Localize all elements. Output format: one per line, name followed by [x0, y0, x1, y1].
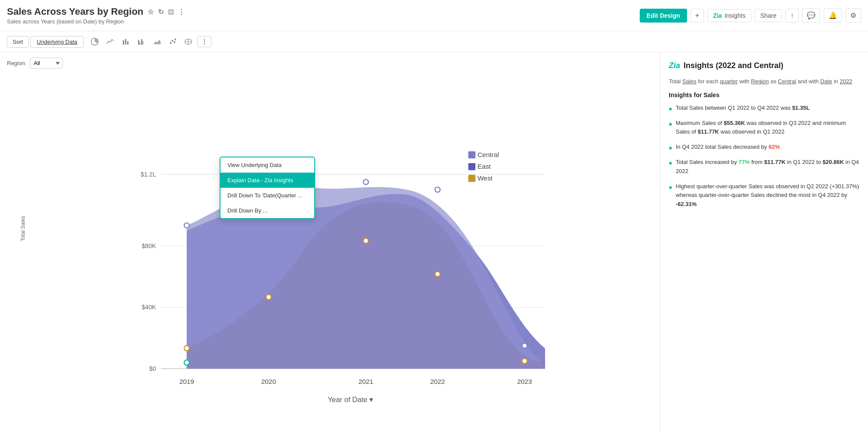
comment-button[interactable]: 💬: [802, 8, 820, 23]
bullet-1: ◆: [669, 105, 672, 112]
svg-text:2019: 2019: [179, 378, 194, 385]
scatter-chart-icon[interactable]: [165, 35, 180, 49]
insight-item-4: ◆ Total Sales increased by 77% from $11.…: [669, 158, 859, 176]
insights-description: Total Sales for each quarter with Region…: [669, 77, 859, 86]
chart-title: Sales Across Years by Region: [7, 6, 143, 17]
west-point-2020[interactable]: [266, 295, 271, 300]
grouped-bar-icon[interactable]: [134, 35, 149, 49]
pie-chart-icon[interactable]: [87, 35, 102, 49]
title-block: Sales Across Years by Region ☆ ↻ ⊡ ⋮ Sal…: [7, 6, 640, 25]
svg-text:2022: 2022: [430, 378, 445, 385]
svg-rect-5: [139, 42, 141, 45]
insight-item-1: ◆ Total Sales between Q1 2022 to Q4 2022…: [669, 104, 859, 113]
chart-area: Region: All Central East West Total Sale…: [0, 52, 660, 432]
svg-rect-6: [141, 39, 142, 45]
insights-button[interactable]: Zia Insights: [707, 9, 751, 22]
legend-central-label: Central: [477, 151, 499, 158]
svg-text:$80K: $80K: [141, 242, 156, 249]
legend-west-label: West: [477, 174, 493, 182]
svg-point-9: [171, 40, 173, 42]
svg-rect-4: [138, 40, 139, 45]
legend-central-color: [468, 151, 476, 159]
bullet-5: ◆: [669, 184, 672, 191]
svg-rect-7: [142, 41, 144, 45]
context-menu-item-drilldown-by[interactable]: Drill Down By ...: [220, 203, 314, 218]
chart-type-group: [87, 35, 196, 49]
context-menu: View Underlying Data Explain Data - Zia …: [220, 157, 315, 219]
chart-container: Total Sales $0 $40K $80K $1.2L: [7, 72, 653, 420]
chart-title-row: Sales Across Years by Region ☆ ↻ ⊡ ⋮: [7, 6, 640, 17]
alert-button[interactable]: 🔔: [824, 8, 842, 23]
favorite-icon[interactable]: ☆: [148, 8, 154, 16]
west-point-2021[interactable]: [363, 238, 368, 243]
insight-item-2: ◆ Maximum Sales of $55.36K was observed …: [669, 119, 859, 137]
map-chart-icon[interactable]: [181, 35, 196, 49]
edit-design-button[interactable]: Edit Design: [640, 9, 687, 23]
svg-text:$40K: $40K: [141, 304, 156, 311]
zia-logo: Zia: [669, 61, 680, 70]
svg-rect-2: [125, 39, 126, 45]
area-chart-icon[interactable]: [150, 35, 164, 49]
toolbar-more-button[interactable]: ⋮: [197, 36, 211, 47]
bar-chart-icon[interactable]: [118, 35, 133, 49]
central-point-2023[interactable]: [522, 343, 527, 348]
svg-text:2021: 2021: [358, 378, 373, 385]
export-button[interactable]: ↑: [786, 9, 799, 23]
chart-svg: $0 $40K $80K $1.2L: [20, 72, 660, 420]
svg-text:Year of Date ▾: Year of Date ▾: [328, 396, 373, 403]
insight-value-3: 62%: [769, 144, 780, 150]
svg-text:$0: $0: [149, 365, 156, 372]
bullet-3: ◆: [669, 144, 672, 151]
refresh-icon[interactable]: ↻: [158, 8, 164, 16]
zia-insights-icon: Zia: [713, 12, 722, 19]
legend-east-label: East: [477, 163, 491, 170]
bullet-2: ◆: [669, 121, 672, 128]
insights-section-title: Insights for Sales: [669, 92, 859, 98]
app-header: Sales Across Years by Region ☆ ↻ ⊡ ⋮ Sal…: [0, 0, 868, 31]
central-point-2021[interactable]: [363, 180, 368, 185]
sort-button[interactable]: Sort: [7, 36, 29, 48]
legend-east-color: [468, 163, 476, 170]
svg-text:$1.2L: $1.2L: [141, 171, 156, 178]
svg-rect-3: [127, 41, 128, 45]
main-content: Region: All Central East West Total Sale…: [0, 52, 868, 432]
insight-value-4: 77%: [739, 159, 750, 165]
legend-west-color: [468, 175, 476, 182]
insights-panel-title: Insights (2022 and Central): [684, 61, 783, 70]
share-button[interactable]: Share: [755, 9, 782, 22]
west-point-2019[interactable]: [184, 346, 189, 351]
chart-subtitle: Sales across Years (based on Date) by Re…: [7, 18, 640, 25]
settings-button[interactable]: ⚙: [845, 8, 861, 23]
header-actions: Edit Design + Zia Insights Share ↑ 💬 🔔 ⚙: [640, 8, 861, 23]
filter-row: Region: All Central East West: [7, 58, 653, 69]
insight-value-1: $1.35L: [792, 105, 809, 111]
svg-point-8: [170, 42, 171, 44]
save-icon[interactable]: ⊡: [168, 8, 174, 16]
line-chart-icon[interactable]: [103, 35, 118, 49]
region-filter-select[interactable]: All Central East West: [30, 58, 63, 69]
insight-item-3: ◆ In Q4 2022 total Sales decreased by 62…: [669, 143, 859, 152]
toolbar: Sort Underlying Data ⋮: [0, 31, 868, 52]
insights-panel-header: Zia Insights (2022 and Central): [669, 61, 859, 70]
central-point-2022[interactable]: [435, 187, 440, 192]
insights-panel: Zia Insights (2022 and Central) Total Sa…: [660, 52, 868, 432]
region-filter-label: Region:: [7, 60, 26, 66]
svg-text:2020: 2020: [261, 378, 276, 385]
context-menu-item-view[interactable]: View Underlying Data: [220, 157, 314, 173]
context-menu-item-drilldown-quarter[interactable]: Drill Down To 'Date(Quarter ...: [220, 188, 314, 203]
bullet-4: ◆: [669, 160, 672, 167]
insight-value-5: -62.31%: [676, 201, 697, 207]
east-point-2019[interactable]: [184, 360, 189, 365]
svg-point-10: [174, 41, 175, 43]
svg-point-11: [174, 39, 176, 40]
insight-item-5: ◆ Highest quarter-over-quarter Sales was…: [669, 182, 859, 209]
svg-text:2023: 2023: [517, 378, 532, 385]
context-menu-item-explain[interactable]: Explain Data - Zia Insights: [220, 173, 314, 188]
west-point-2022[interactable]: [435, 272, 440, 277]
more-icon[interactable]: ⋮: [178, 8, 185, 16]
underlying-data-button[interactable]: Underlying Data: [30, 36, 84, 48]
central-point-2019[interactable]: [184, 223, 189, 228]
west-point-2023[interactable]: [522, 358, 527, 363]
add-button[interactable]: +: [690, 9, 704, 23]
svg-rect-1: [123, 40, 124, 45]
